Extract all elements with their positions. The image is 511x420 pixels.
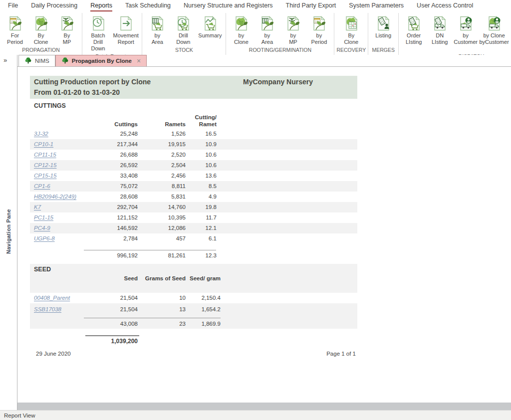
seed-total-value: 43,008 — [95, 319, 138, 329]
seed-gram-average-value: 1,869.9 — [186, 319, 221, 329]
ribbon-group-label-recovery: RECOVERY — [334, 46, 368, 55]
clone-link[interactable]: SSB17038 — [34, 306, 61, 312]
cuttings-rows: 3J-3225,2481,52616.5CP10-1217,34419,9151… — [30, 129, 357, 244]
seed-totals: SSB17038 21,504 13 1,654.2 43,008 23 1,8… — [30, 303, 357, 329]
expand-navigation-pane-button[interactable]: » — [0, 55, 17, 64]
ribbon-group-recovery: By CloneRECOVERY — [334, 13, 368, 55]
report-footer-date: 29 June 2020 — [36, 351, 71, 357]
clone-link[interactable]: CP11-15 — [34, 152, 56, 158]
ribbon-group-label-rooting-germination: ROOTING/GERMINATION — [226, 46, 334, 55]
report-mp-plant-icon — [58, 15, 75, 32]
report-view-area: Cutting Production report by Clone MyCom… — [17, 67, 511, 403]
ribbon-button-stock-drill-down[interactable]: Drill Down — [171, 14, 196, 46]
ribbon-button-dispatch-dn-listing[interactable]: DN LIsting — [427, 14, 452, 46]
menu-item-file[interactable]: File — [1, 0, 24, 14]
ribbon-button-batch-reports-batch-drill-down[interactable]: Batch Drill Down — [85, 14, 111, 52]
menu-item-system-parameters[interactable]: System Parameters — [342, 0, 410, 14]
tab-propagation-by-clone[interactable]: Propagation By Clone× — [55, 55, 147, 66]
ribbon-group-rooting-germination: by Cloneby Areaby MPby PeriodROOTING/GER… — [226, 13, 334, 55]
column-header-seed-gram: Seed/ gram — [186, 275, 221, 283]
report-arrow-icon — [117, 15, 134, 32]
report-chart-cart-icon — [202, 15, 219, 32]
clone-link[interactable]: 00408_Parent — [34, 295, 70, 301]
cuttings-totals-row: 996,192 81,261 12.3 — [30, 250, 357, 261]
cuttings-totals: 996,192 81,261 12.3 — [30, 244, 357, 260]
menu-item-daily-processing[interactable]: Daily Processing — [24, 0, 84, 14]
table-row: CP15-1533,4082,45613.6 — [30, 171, 357, 181]
horizontal-scrollbar[interactable] — [17, 403, 511, 410]
clone-link[interactable]: PC1-15 — [34, 214, 53, 220]
ribbon-button-propagation-by-clone[interactable]: By Clone — [28, 14, 53, 46]
table-row: PC1-15121,15210,39511.7 — [30, 212, 357, 223]
seed-section-label: SEED — [34, 264, 357, 274]
menu-item-user-access-control[interactable]: User Access Control — [410, 0, 480, 14]
ribbon-button-batch-reports-movement-report[interactable]: Movement Report — [112, 14, 139, 46]
clone-link[interactable]: CP15-15 — [34, 173, 56, 179]
menu-item-task-scheduling[interactable]: Task Scheduling — [119, 0, 177, 14]
ribbon-button-dispatch-order-listing[interactable]: Order LIsting — [401, 14, 426, 46]
clone-link[interactable]: UGP6-8 — [34, 235, 55, 241]
menu-item-nursery-structure-and-registers[interactable]: Nursery Structure and Registers — [177, 0, 279, 14]
clone-link[interactable]: 3J-32 — [34, 131, 48, 137]
report-clone-person-truck-icon — [486, 15, 503, 32]
report-footer: 29 June 2020 Page 1 of 1 — [30, 351, 357, 359]
column-header-seed: Seed — [95, 275, 138, 283]
ribbon-group-propagation: For PeriodBy CloneBy MPPROPAGATION — [0, 13, 82, 55]
status-bar-view-label: Report View — [4, 413, 35, 419]
ribbon-button-rooting-germination-by-period[interactable]: by Period — [306, 14, 331, 46]
grams-total-value: 23 — [138, 319, 186, 329]
ribbon-button-stock-by-area[interactable]: by Area — [145, 14, 170, 46]
tab-strip: NIMSPropagation By Clone× — [17, 55, 511, 67]
navigation-pane-label[interactable]: Navigation Pane — [5, 209, 11, 254]
ribbon-group-dispatch: Order LIstingDN LIstingby Customerby Clo… — [399, 13, 511, 55]
menu-item-third-party-export[interactable]: Third Party Export — [279, 0, 343, 14]
seed-rows: 00408_Parent 21,504 10 2,150.4 — [30, 293, 357, 303]
report-truck-calc-icon — [431, 15, 448, 32]
report-page: Cutting Production report by Clone MyCom… — [30, 76, 357, 359]
table-row: CP11-1526,6882,52010.6 — [30, 150, 357, 160]
ribbon-button-propagation-by-mp[interactable]: By MP — [54, 14, 79, 46]
report-grid-clone-icon — [343, 15, 360, 32]
report-company-name: MyCompany Nursery — [243, 78, 313, 86]
clone-link[interactable]: CP1-6 — [34, 183, 50, 189]
report-cart-calc-icon — [405, 15, 422, 32]
clone-link[interactable]: CP12-15 — [34, 162, 56, 168]
report-page-number: Page 1 of 1 — [326, 351, 356, 357]
ribbon-button-rooting-germination-by-mp[interactable]: by MP — [280, 14, 305, 46]
ribbon-button-merges-listing[interactable]: Listing — [371, 14, 396, 39]
ribbon-button-dispatch-by-customer[interactable]: by Customer — [453, 14, 478, 46]
ribbon-button-dispatch-by-clone-bycustomer[interactable]: by Clone byCustomer — [479, 14, 509, 46]
column-header-cuttings: Cuttings — [95, 121, 138, 129]
cuttings-column-headers: Cuttings Ramets Cutting/ Ramet — [30, 112, 357, 129]
clone-link[interactable]: K7 — [34, 204, 41, 210]
ribbon-button-stock-summary[interactable]: Summary — [197, 14, 223, 39]
cutting-ramet-average-value: 12.3 — [186, 250, 217, 261]
report-area-sprout-icon — [258, 15, 275, 32]
seed-column-headers: Seed Grams of Seed Seed/ gram — [30, 274, 357, 283]
ribbon-group-merges: ListingMERGES — [368, 13, 399, 55]
ribbon-group-stock: by AreaDrill DownSummarySTOCK — [142, 13, 226, 55]
ribbon-button-rooting-germination-by-clone[interactable]: by Clone — [229, 14, 254, 46]
column-header-ramets: Ramets — [138, 121, 186, 129]
report-clone-sprout-icon — [233, 15, 250, 32]
close-tab-icon[interactable]: × — [137, 57, 141, 64]
ribbon-button-propagation-for-period[interactable]: For Period — [2, 14, 27, 46]
table-row: CP12-1526,5922,50410.6 — [30, 160, 357, 171]
ribbon-group-batch-reports: Batch Drill DownMovement ReportBatch Rep… — [82, 13, 142, 55]
tab-nims[interactable]: NIMS — [18, 55, 55, 66]
seed-section-header: SEED Seed Grams of Seed Seed/ gram — [30, 264, 357, 293]
ribbon-group-label-propagation: PROPAGATION — [0, 46, 82, 55]
ribbon-group-label-stock: STOCK — [142, 46, 226, 55]
clone-link[interactable]: CP10-1 — [34, 141, 53, 147]
report-title: Cutting Production report by Clone — [34, 78, 151, 86]
report-clock-icon — [90, 15, 107, 32]
clone-link[interactable]: HB20946-2(249) — [34, 194, 76, 200]
clone-link[interactable]: PC4-9 — [34, 225, 50, 231]
report-mp-sprout-icon — [284, 15, 301, 32]
table-row: HB20946-2(249)28,6085,8314.9 — [30, 192, 357, 202]
tree-icon — [61, 57, 69, 65]
ribbon-button-recovery-by-clone[interactable]: By Clone — [339, 14, 364, 46]
grand-total: 1,039,200 — [30, 329, 357, 345]
ribbon-button-rooting-germination-by-area[interactable]: by Area — [255, 14, 279, 46]
menu-item-reports[interactable]: Reports — [84, 0, 119, 14]
